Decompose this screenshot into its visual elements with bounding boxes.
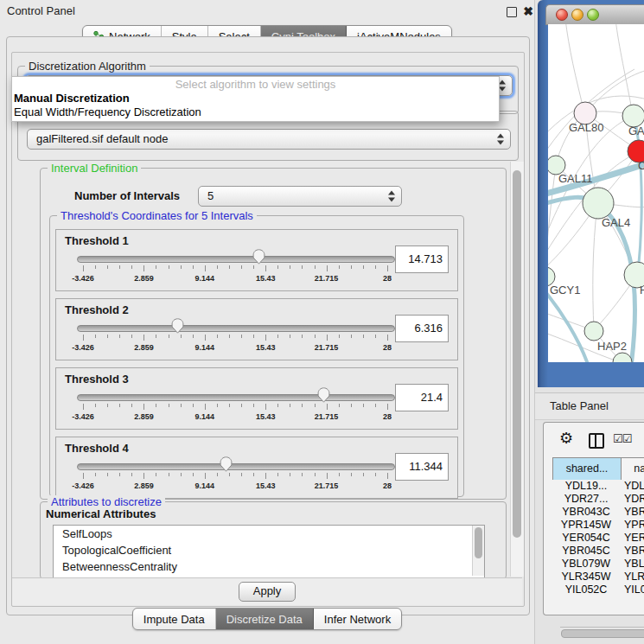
slider-tick bbox=[156, 473, 156, 476]
table-horizontal-scrollbar[interactable] bbox=[560, 627, 644, 638]
threshold-value-field[interactable]: 6.316 bbox=[395, 315, 449, 342]
slider-tick bbox=[181, 335, 182, 338]
scrollbar-thumb[interactable] bbox=[475, 527, 482, 558]
slider-track[interactable] bbox=[77, 325, 395, 332]
bottom-tab-infer-network[interactable]: Infer Network bbox=[314, 609, 401, 629]
select-columns-icon[interactable]: ☑☑ bbox=[613, 432, 631, 445]
table-row[interactable]: YBL079WYBL07 bbox=[552, 558, 644, 571]
column-header-shared-name[interactable]: shared... bbox=[552, 457, 622, 481]
scrollbar-thumb[interactable] bbox=[561, 629, 644, 638]
network-canvas[interactable]: GAL80GAGAL11CGAL4GCY1HHAP2 bbox=[548, 24, 644, 362]
threshold-value-field[interactable]: 21.4 bbox=[395, 384, 449, 411]
slider-thumb[interactable] bbox=[220, 456, 233, 472]
slider-tick bbox=[327, 473, 328, 479]
network-node-label: GCY1 bbox=[550, 284, 580, 296]
close-panel-icon[interactable]: ✖ bbox=[523, 3, 533, 19]
threshold-label: Threshold 4 bbox=[65, 442, 129, 455]
network-edge bbox=[548, 166, 556, 270]
network-node[interactable] bbox=[584, 322, 603, 341]
table-row[interactable]: YBR043CYBR04 bbox=[552, 506, 644, 519]
table-row[interactable]: YPR145WYPR14 bbox=[552, 519, 644, 532]
slider-tick bbox=[107, 265, 108, 269]
slider-track[interactable] bbox=[77, 463, 395, 470]
zoom-traffic-light-icon[interactable] bbox=[587, 9, 599, 21]
table-row[interactable]: YDR27...YDR27 bbox=[552, 493, 644, 506]
network-window-titlebar[interactable] bbox=[545, 4, 644, 25]
table-row[interactable]: YER054CYER05 bbox=[552, 532, 644, 545]
slider-tick-label: 2.859 bbox=[134, 343, 154, 352]
network-node[interactable] bbox=[613, 353, 632, 362]
attributes-list-scrollbar[interactable] bbox=[472, 526, 484, 576]
apply-button[interactable]: Apply bbox=[239, 582, 296, 602]
algorithm-popup-item[interactable]: Equal Width/Frequency Discretization bbox=[12, 105, 499, 119]
bottom-segmented-control: Impute DataDiscretize DataInfer Network bbox=[132, 608, 402, 630]
slider-tick bbox=[95, 473, 96, 476]
numerical-attributes-label: Numerical Attributes bbox=[46, 507, 156, 520]
bottom-tab-impute-data[interactable]: Impute Data bbox=[133, 609, 216, 629]
slider-tick bbox=[327, 404, 328, 410]
slider-tick bbox=[193, 265, 194, 269]
slider-tick bbox=[143, 335, 144, 341]
slider-tick bbox=[253, 404, 254, 407]
slider-tick-label: -3.426 bbox=[72, 412, 94, 421]
slider-tick bbox=[277, 265, 278, 269]
scrollbar-thumb[interactable] bbox=[513, 170, 521, 538]
threshold-value-field[interactable]: 14.713 bbox=[395, 245, 449, 273]
slider-tick bbox=[387, 404, 388, 410]
slider-thumb[interactable] bbox=[252, 249, 265, 265]
slider-tick-label: 28 bbox=[383, 343, 392, 352]
slider-tick bbox=[143, 265, 144, 271]
slider-tick bbox=[205, 265, 206, 271]
close-traffic-light-icon[interactable] bbox=[556, 9, 568, 21]
slider-track[interactable] bbox=[77, 256, 395, 263]
slider-tick bbox=[351, 265, 352, 269]
slider-thumb[interactable] bbox=[171, 318, 184, 334]
bottom-tab-discretize-data[interactable]: Discretize Data bbox=[216, 609, 314, 629]
network-node-label: GAL4 bbox=[602, 216, 630, 229]
slider-tick-label: 9.144 bbox=[195, 481, 215, 490]
slider-tick bbox=[95, 265, 96, 269]
slider-tick bbox=[265, 404, 266, 410]
split-columns-icon[interactable] bbox=[589, 433, 604, 449]
slider-thumb[interactable] bbox=[317, 387, 330, 403]
cell-name: YDL19 bbox=[624, 480, 644, 493]
slider-tick bbox=[193, 473, 194, 476]
slider-tick bbox=[375, 404, 376, 407]
network-view-window[interactable]: GAL80GAGAL11CGAL4GCY1HHAP2 bbox=[538, 0, 644, 387]
table-data-select[interactable]: galFiltered.sif default node bbox=[27, 129, 511, 150]
attribute-list-item[interactable]: BetweennessCentrality bbox=[54, 558, 484, 575]
slider-tick-label: 15.43 bbox=[256, 274, 276, 283]
slider-tick bbox=[363, 265, 364, 269]
table-row[interactable]: YDL19...YDL19 bbox=[552, 480, 644, 493]
table-row[interactable]: YLR345WYLR34 bbox=[552, 571, 644, 583]
slider-tick-label: -3.426 bbox=[72, 481, 94, 490]
algorithm-popup-item[interactable]: Manual Discretization bbox=[12, 92, 499, 105]
column-header-name[interactable]: name bbox=[621, 457, 644, 481]
slider-tick-label: 28 bbox=[383, 274, 392, 283]
slider-tick bbox=[375, 265, 376, 269]
slider-tick bbox=[363, 335, 364, 338]
slider-tick bbox=[265, 335, 266, 341]
slider-tick bbox=[290, 265, 290, 269]
network-edge bbox=[565, 24, 584, 112]
minimize-traffic-light-icon[interactable] bbox=[571, 9, 583, 21]
cell-name: YER05 bbox=[624, 532, 644, 545]
number-of-intervals-select[interactable]: 5 bbox=[198, 186, 402, 207]
attribute-list-item[interactable]: SelfLoops bbox=[54, 526, 484, 542]
network-node[interactable] bbox=[583, 188, 614, 219]
threshold-value-field[interactable]: 11.344 bbox=[395, 453, 449, 481]
slider-tick bbox=[217, 473, 218, 476]
table-row[interactable]: YIL052CYIL05 bbox=[552, 583, 644, 594]
threshold-list: Threshold 1-3.4262.8599.14415.4321.71528… bbox=[50, 216, 463, 499]
float-panel-icon[interactable] bbox=[507, 7, 517, 17]
slider-tick bbox=[143, 404, 144, 410]
table-row[interactable]: YBR045CYBR04 bbox=[552, 545, 644, 558]
slider-track[interactable] bbox=[77, 394, 395, 401]
slider-tick bbox=[95, 335, 96, 338]
gear-icon[interactable]: ⚙ bbox=[559, 430, 573, 447]
main-vertical-scrollbar[interactable] bbox=[510, 162, 524, 577]
attribute-list-item[interactable]: TopologicalCoefficient bbox=[54, 542, 484, 558]
slider-tick bbox=[265, 265, 266, 271]
slider-tick bbox=[119, 335, 120, 338]
slider-tick bbox=[375, 335, 376, 338]
